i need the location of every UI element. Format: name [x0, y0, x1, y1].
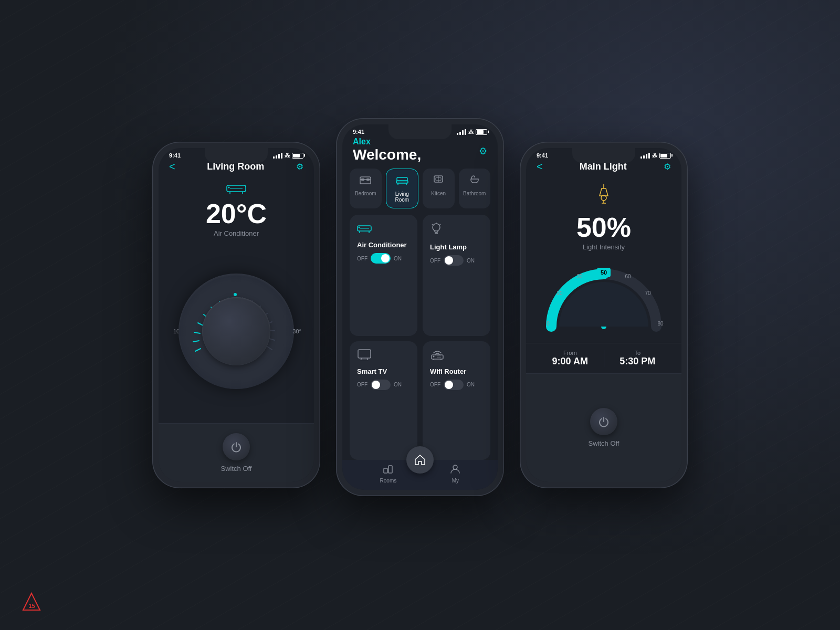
back-button-left[interactable]: <	[169, 161, 175, 173]
device-wifi: Wifi Router OFF ON	[423, 341, 490, 460]
kitchen-label: Kitcen	[431, 191, 446, 196]
dial-outer[interactable]	[178, 274, 294, 389]
signal-bars-center	[457, 129, 466, 135]
room-bathroom[interactable]: Bathroom	[459, 169, 491, 208]
gauge-section[interactable]: 0 20 30 40 60 70 80 50	[526, 253, 681, 343]
time-to-block: To 5:30 PM	[610, 350, 666, 367]
rooms-icon	[383, 465, 393, 476]
light-device-name: Light Lamp	[430, 243, 483, 251]
status-time-center: 9:41	[353, 129, 364, 135]
wifi-icon-left: ⁂	[285, 153, 290, 159]
dial-inner[interactable]	[202, 297, 270, 365]
tv-device-icon	[357, 349, 410, 363]
rbar1	[640, 156, 642, 159]
wifi-device-name: Wifi Router	[430, 368, 483, 375]
power-button-right[interactable]	[590, 408, 617, 435]
light-on-label: ON	[467, 258, 475, 264]
filter-icon-center[interactable]: ⚙	[479, 145, 487, 157]
lamp-icon	[592, 183, 615, 211]
right-title: Main Light	[580, 161, 627, 172]
time-section: From 9:00 AM To 5:30 PM	[526, 343, 681, 373]
time-from-block: From 9:00 AM	[542, 350, 598, 367]
tv-off-label: OFF	[357, 382, 368, 387]
svg-rect-23	[361, 178, 364, 181]
dial-section[interactable]: 10°	[159, 239, 314, 423]
ac-on-label: ON	[394, 256, 402, 261]
light-off-label: OFF	[430, 258, 440, 264]
svg-text:30: 30	[576, 274, 583, 279]
my-icon	[450, 464, 460, 476]
kitchen-icon	[433, 174, 444, 187]
status-time-left: 9:41	[169, 152, 181, 159]
filter-icon-left[interactable]: ⚙	[296, 162, 303, 172]
light-device-icon	[430, 222, 483, 239]
power-section-right: Switch Off	[526, 373, 681, 482]
left-title: Living Room	[207, 161, 264, 172]
room-bedroom[interactable]: Bedroom	[350, 169, 382, 208]
signal-bars-right	[640, 153, 650, 159]
wifi-icon-center: ⁂	[468, 129, 474, 135]
filter-icon-right[interactable]: ⚙	[664, 162, 671, 172]
status-time-right: 9:41	[537, 152, 548, 159]
status-icons-center: ⁂	[457, 129, 487, 135]
nav-my[interactable]: My	[450, 464, 460, 484]
bathroom-icon	[469, 174, 480, 187]
battery-center	[476, 129, 487, 135]
power-section-left: Switch Off	[159, 423, 314, 482]
range-max: 30°	[292, 328, 301, 334]
bathroom-label: Bathroom	[463, 191, 486, 196]
living-icon	[396, 174, 408, 188]
to-time: 5:30 PM	[610, 356, 666, 367]
wifi-toggle[interactable]	[444, 380, 464, 390]
power-button-left[interactable]	[223, 433, 250, 460]
signal-bars-left	[273, 153, 282, 159]
cbar3	[462, 130, 464, 135]
device-light: Light Lamp OFF ON	[423, 215, 490, 336]
temp-display: 20°C	[206, 200, 267, 227]
left-phone: 9:41 ⁂	[152, 142, 320, 488]
home-fab[interactable]	[406, 446, 434, 474]
tv-toggle[interactable]	[371, 380, 391, 390]
battery-right	[659, 153, 671, 159]
gauge-container[interactable]: 0 20 30 40 60 70 80 50	[541, 264, 667, 332]
cbar1	[457, 133, 458, 135]
ac-device-icon	[357, 222, 410, 237]
ac-toggle[interactable]	[371, 253, 391, 264]
light-toggle[interactable]	[444, 255, 464, 266]
logo: 15	[21, 591, 42, 614]
rooms-nav-label: Rooms	[380, 478, 397, 484]
switch-off-label-left: Switch Off	[220, 465, 251, 472]
ac-toggle-row: OFF ON	[357, 253, 410, 264]
room-living[interactable]: Living Room	[386, 169, 419, 208]
svg-line-6	[193, 341, 199, 342]
room-kitchen[interactable]: Kitcen	[423, 169, 455, 208]
light-section: 50% Light Intensity	[526, 179, 681, 253]
welcome-text: Alex Welcome,	[353, 137, 421, 163]
notch-right	[572, 148, 635, 163]
ac-off-label: OFF	[357, 256, 368, 261]
back-button-right[interactable]: <	[537, 161, 543, 173]
to-label: To	[610, 350, 666, 356]
from-label: From	[542, 350, 598, 356]
living-label: Living Room	[390, 191, 415, 203]
device-tv: Smart TV OFF ON	[350, 341, 417, 460]
from-time: 9:00 AM	[542, 356, 598, 367]
bedroom-icon	[360, 174, 371, 187]
svg-point-36	[433, 224, 440, 231]
cbar2	[459, 132, 461, 135]
svg-text:80: 80	[657, 321, 664, 327]
my-nav-label: My	[452, 478, 459, 484]
svg-line-40	[440, 224, 441, 225]
bar4	[281, 153, 282, 159]
svg-point-48	[433, 355, 435, 357]
switch-off-label-right: Switch Off	[588, 439, 619, 447]
notch-left	[205, 148, 268, 163]
bar3	[278, 154, 280, 159]
svg-point-13	[234, 293, 237, 296]
svg-rect-24	[366, 178, 370, 181]
wifi-off-label: OFF	[430, 382, 440, 387]
device-ac: Air Conditioner OFF ON	[350, 215, 417, 336]
nav-rooms[interactable]: Rooms	[380, 465, 397, 484]
svg-point-4	[228, 187, 230, 188]
svg-point-35	[359, 227, 360, 228]
